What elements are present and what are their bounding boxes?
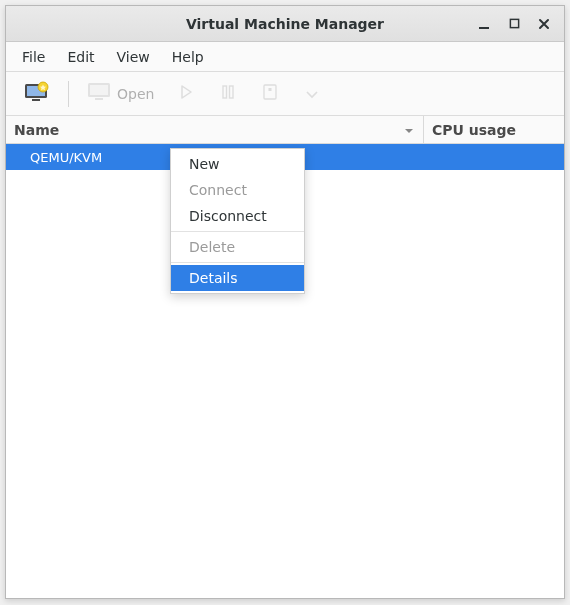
svg-rect-4 <box>32 99 40 101</box>
context-menu-connect: Connect <box>171 177 304 203</box>
app-window: Virtual Machine Manager File Edit View H… <box>5 5 565 599</box>
context-menu-new[interactable]: New <box>171 151 304 177</box>
svg-rect-11 <box>264 85 276 99</box>
connection-label: QEMU/KVM <box>30 150 102 165</box>
svg-rect-0 <box>479 27 489 29</box>
context-menu-disconnect[interactable]: Disconnect <box>171 203 304 229</box>
shutdown-icon <box>261 83 279 104</box>
toolbar-separator <box>68 81 69 107</box>
toolbar: Open <box>6 72 564 116</box>
context-menu-details[interactable]: Details <box>171 265 304 291</box>
menu-file[interactable]: File <box>12 45 55 69</box>
shutdown-menu-button[interactable] <box>294 78 330 110</box>
column-header-name[interactable]: Name <box>6 116 424 143</box>
menu-help[interactable]: Help <box>162 45 214 69</box>
context-menu: New Connect Disconnect Delete Details <box>170 148 305 294</box>
svg-rect-1 <box>510 19 518 27</box>
menu-view[interactable]: View <box>107 45 160 69</box>
context-menu-separator <box>171 231 304 232</box>
window-controls <box>476 16 564 32</box>
column-name-label: Name <box>14 122 59 138</box>
svg-rect-7 <box>90 85 108 95</box>
menubar: File Edit View Help <box>6 42 564 72</box>
open-console-button[interactable]: Open <box>79 78 162 110</box>
column-header-row: Name CPU usage <box>6 116 564 144</box>
menu-edit[interactable]: Edit <box>57 45 104 69</box>
svg-rect-8 <box>95 98 103 100</box>
chevron-down-icon <box>306 86 318 102</box>
shutdown-button[interactable] <box>252 78 288 110</box>
close-button[interactable] <box>536 16 552 32</box>
column-cpu-label: CPU usage <box>432 122 516 138</box>
minimize-button[interactable] <box>476 16 492 32</box>
svg-rect-10 <box>230 86 234 98</box>
svg-rect-9 <box>223 86 227 98</box>
pause-button[interactable] <box>210 78 246 110</box>
run-button[interactable] <box>168 78 204 110</box>
monitor-new-icon <box>24 81 50 106</box>
titlebar: Virtual Machine Manager <box>6 6 564 42</box>
pause-icon <box>222 85 234 102</box>
connection-list[interactable]: QEMU/KVM New Connect Disconnect Delete D… <box>6 144 564 598</box>
sort-descending-icon <box>403 122 415 138</box>
context-menu-separator <box>171 262 304 263</box>
maximize-button[interactable] <box>506 16 522 32</box>
context-menu-delete: Delete <box>171 234 304 260</box>
open-label: Open <box>117 86 154 102</box>
svg-rect-12 <box>269 88 272 91</box>
column-header-cpu[interactable]: CPU usage <box>424 116 564 143</box>
play-icon <box>179 85 193 102</box>
monitor-icon <box>87 82 111 105</box>
new-vm-button[interactable] <box>16 78 58 110</box>
